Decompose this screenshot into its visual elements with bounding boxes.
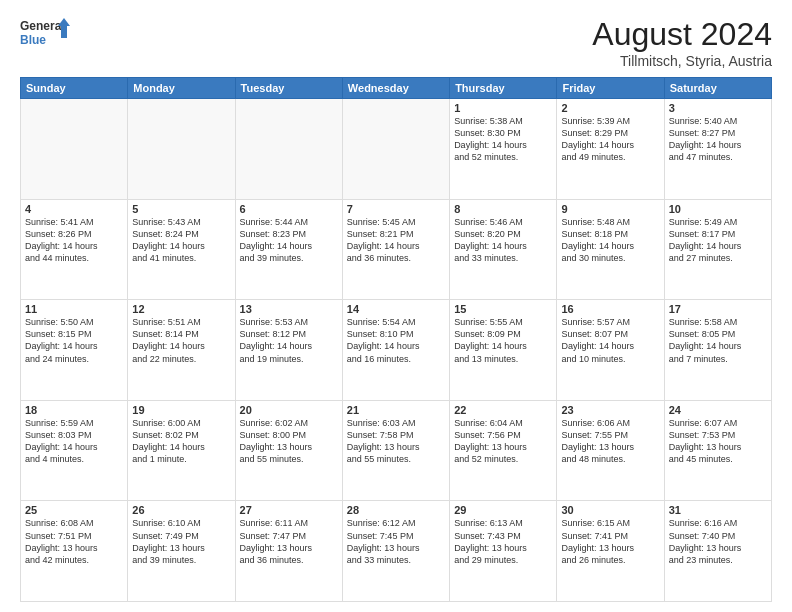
day-number: 28 — [347, 504, 445, 516]
day-number: 10 — [669, 203, 767, 215]
day-info: Sunrise: 5:43 AM Sunset: 8:24 PM Dayligh… — [132, 216, 230, 265]
day-number: 17 — [669, 303, 767, 315]
day-number: 29 — [454, 504, 552, 516]
calendar-cell: 30Sunrise: 6:15 AM Sunset: 7:41 PM Dayli… — [557, 501, 664, 602]
calendar-cell: 17Sunrise: 5:58 AM Sunset: 8:05 PM Dayli… — [664, 300, 771, 401]
day-number: 8 — [454, 203, 552, 215]
calendar-cell: 27Sunrise: 6:11 AM Sunset: 7:47 PM Dayli… — [235, 501, 342, 602]
calendar-cell: 29Sunrise: 6:13 AM Sunset: 7:43 PM Dayli… — [450, 501, 557, 602]
day-info: Sunrise: 6:04 AM Sunset: 7:56 PM Dayligh… — [454, 417, 552, 466]
day-number: 1 — [454, 102, 552, 114]
day-info: Sunrise: 5:58 AM Sunset: 8:05 PM Dayligh… — [669, 316, 767, 365]
calendar-header-thursday: Thursday — [450, 78, 557, 99]
day-info: Sunrise: 6:12 AM Sunset: 7:45 PM Dayligh… — [347, 517, 445, 566]
calendar-header-sunday: Sunday — [21, 78, 128, 99]
day-info: Sunrise: 6:00 AM Sunset: 8:02 PM Dayligh… — [132, 417, 230, 466]
day-info: Sunrise: 5:40 AM Sunset: 8:27 PM Dayligh… — [669, 115, 767, 164]
calendar-header-tuesday: Tuesday — [235, 78, 342, 99]
day-info: Sunrise: 6:07 AM Sunset: 7:53 PM Dayligh… — [669, 417, 767, 466]
calendar-cell: 5Sunrise: 5:43 AM Sunset: 8:24 PM Daylig… — [128, 199, 235, 300]
day-number: 15 — [454, 303, 552, 315]
day-info: Sunrise: 5:45 AM Sunset: 8:21 PM Dayligh… — [347, 216, 445, 265]
calendar-cell: 16Sunrise: 5:57 AM Sunset: 8:07 PM Dayli… — [557, 300, 664, 401]
day-number: 3 — [669, 102, 767, 114]
logo: General Blue — [20, 16, 70, 52]
calendar-cell: 8Sunrise: 5:46 AM Sunset: 8:20 PM Daylig… — [450, 199, 557, 300]
day-number: 4 — [25, 203, 123, 215]
day-number: 18 — [25, 404, 123, 416]
calendar-cell: 3Sunrise: 5:40 AM Sunset: 8:27 PM Daylig… — [664, 99, 771, 200]
calendar-cell: 28Sunrise: 6:12 AM Sunset: 7:45 PM Dayli… — [342, 501, 449, 602]
calendar-cell — [21, 99, 128, 200]
day-info: Sunrise: 5:57 AM Sunset: 8:07 PM Dayligh… — [561, 316, 659, 365]
day-info: Sunrise: 6:03 AM Sunset: 7:58 PM Dayligh… — [347, 417, 445, 466]
day-info: Sunrise: 5:59 AM Sunset: 8:03 PM Dayligh… — [25, 417, 123, 466]
calendar-cell: 26Sunrise: 6:10 AM Sunset: 7:49 PM Dayli… — [128, 501, 235, 602]
day-info: Sunrise: 5:55 AM Sunset: 8:09 PM Dayligh… — [454, 316, 552, 365]
calendar-header-row: SundayMondayTuesdayWednesdayThursdayFrid… — [21, 78, 772, 99]
day-number: 9 — [561, 203, 659, 215]
calendar-cell: 15Sunrise: 5:55 AM Sunset: 8:09 PM Dayli… — [450, 300, 557, 401]
day-info: Sunrise: 5:41 AM Sunset: 8:26 PM Dayligh… — [25, 216, 123, 265]
day-number: 21 — [347, 404, 445, 416]
page-title: August 2024 — [592, 16, 772, 53]
day-number: 11 — [25, 303, 123, 315]
day-info: Sunrise: 5:44 AM Sunset: 8:23 PM Dayligh… — [240, 216, 338, 265]
day-number: 22 — [454, 404, 552, 416]
day-number: 23 — [561, 404, 659, 416]
svg-text:Blue: Blue — [20, 33, 46, 47]
calendar-header-wednesday: Wednesday — [342, 78, 449, 99]
calendar-header-friday: Friday — [557, 78, 664, 99]
day-number: 31 — [669, 504, 767, 516]
day-number: 25 — [25, 504, 123, 516]
day-info: Sunrise: 6:10 AM Sunset: 7:49 PM Dayligh… — [132, 517, 230, 566]
calendar-cell: 22Sunrise: 6:04 AM Sunset: 7:56 PM Dayli… — [450, 400, 557, 501]
day-info: Sunrise: 5:38 AM Sunset: 8:30 PM Dayligh… — [454, 115, 552, 164]
day-info: Sunrise: 5:48 AM Sunset: 8:18 PM Dayligh… — [561, 216, 659, 265]
day-info: Sunrise: 5:51 AM Sunset: 8:14 PM Dayligh… — [132, 316, 230, 365]
calendar-week-1: 1Sunrise: 5:38 AM Sunset: 8:30 PM Daylig… — [21, 99, 772, 200]
page-subtitle: Tillmitsch, Styria, Austria — [592, 53, 772, 69]
logo-svg: General Blue — [20, 16, 70, 52]
day-number: 20 — [240, 404, 338, 416]
day-number: 7 — [347, 203, 445, 215]
day-info: Sunrise: 6:16 AM Sunset: 7:40 PM Dayligh… — [669, 517, 767, 566]
calendar-cell: 24Sunrise: 6:07 AM Sunset: 7:53 PM Dayli… — [664, 400, 771, 501]
calendar-cell: 4Sunrise: 5:41 AM Sunset: 8:26 PM Daylig… — [21, 199, 128, 300]
day-number: 16 — [561, 303, 659, 315]
header: General Blue August 2024 Tillmitsch, Sty… — [20, 16, 772, 69]
title-block: August 2024 Tillmitsch, Styria, Austria — [592, 16, 772, 69]
day-info: Sunrise: 5:54 AM Sunset: 8:10 PM Dayligh… — [347, 316, 445, 365]
day-info: Sunrise: 6:13 AM Sunset: 7:43 PM Dayligh… — [454, 517, 552, 566]
calendar-cell — [128, 99, 235, 200]
day-number: 13 — [240, 303, 338, 315]
calendar-cell — [235, 99, 342, 200]
day-info: Sunrise: 5:39 AM Sunset: 8:29 PM Dayligh… — [561, 115, 659, 164]
day-info: Sunrise: 6:11 AM Sunset: 7:47 PM Dayligh… — [240, 517, 338, 566]
calendar-cell: 25Sunrise: 6:08 AM Sunset: 7:51 PM Dayli… — [21, 501, 128, 602]
calendar-cell: 21Sunrise: 6:03 AM Sunset: 7:58 PM Dayli… — [342, 400, 449, 501]
day-number: 6 — [240, 203, 338, 215]
day-number: 30 — [561, 504, 659, 516]
calendar-cell: 23Sunrise: 6:06 AM Sunset: 7:55 PM Dayli… — [557, 400, 664, 501]
day-number: 26 — [132, 504, 230, 516]
calendar-week-4: 18Sunrise: 5:59 AM Sunset: 8:03 PM Dayli… — [21, 400, 772, 501]
calendar-cell: 13Sunrise: 5:53 AM Sunset: 8:12 PM Dayli… — [235, 300, 342, 401]
day-number: 2 — [561, 102, 659, 114]
day-number: 19 — [132, 404, 230, 416]
calendar-cell: 14Sunrise: 5:54 AM Sunset: 8:10 PM Dayli… — [342, 300, 449, 401]
day-number: 24 — [669, 404, 767, 416]
calendar-cell: 12Sunrise: 5:51 AM Sunset: 8:14 PM Dayli… — [128, 300, 235, 401]
day-info: Sunrise: 5:49 AM Sunset: 8:17 PM Dayligh… — [669, 216, 767, 265]
calendar-cell: 11Sunrise: 5:50 AM Sunset: 8:15 PM Dayli… — [21, 300, 128, 401]
calendar-header-monday: Monday — [128, 78, 235, 99]
calendar-table: SundayMondayTuesdayWednesdayThursdayFrid… — [20, 77, 772, 602]
calendar-cell: 31Sunrise: 6:16 AM Sunset: 7:40 PM Dayli… — [664, 501, 771, 602]
calendar-cell: 10Sunrise: 5:49 AM Sunset: 8:17 PM Dayli… — [664, 199, 771, 300]
calendar-cell — [342, 99, 449, 200]
day-number: 5 — [132, 203, 230, 215]
svg-text:General: General — [20, 19, 65, 33]
calendar-week-3: 11Sunrise: 5:50 AM Sunset: 8:15 PM Dayli… — [21, 300, 772, 401]
calendar-body: 1Sunrise: 5:38 AM Sunset: 8:30 PM Daylig… — [21, 99, 772, 602]
calendar-header-saturday: Saturday — [664, 78, 771, 99]
